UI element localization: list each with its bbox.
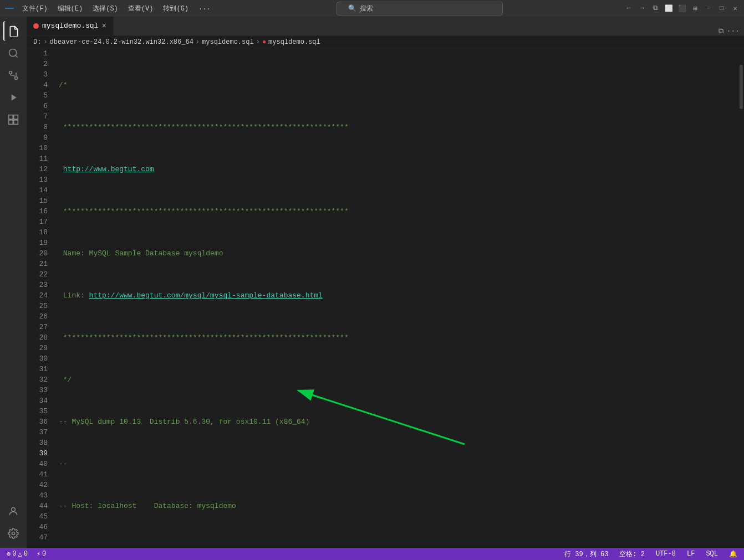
code-editor[interactable]: 1 2 3 4 5 6 7 8 9 10 11 12 13 14 15 16 1… [27,48,744,548]
line-num-22: 22 [27,269,48,280]
line-num-24: 24 [27,290,48,301]
line-num-36: 36 [27,417,48,427]
svg-rect-5 [9,120,13,125]
menu-select[interactable]: 选择(S) [88,3,123,14]
line-num-31: 31 [27,364,48,374]
status-position[interactable]: 行 39，列 63 [562,549,610,559]
svg-point-2 [9,71,12,74]
tab-dot-icon [33,23,39,29]
line-num-30: 30 [27,353,48,364]
breadcrumb: D: › dbeaver-ce-24.0.2-win32.win32.x86_6… [27,36,744,48]
status-encoding[interactable]: UTF-8 [654,550,678,558]
status-bell[interactable]: 🔔 [727,550,740,558]
close-button[interactable]: ✕ [731,4,740,13]
active-tab[interactable]: mysqldemo.sql × [27,17,114,35]
extensions-icon[interactable] [3,110,23,130]
tab-actions: ⧉ ··· [714,27,744,35]
breadcrumb-drive[interactable]: D: [33,38,41,46]
code-line-9: -- MySQL dump 10.13 Distrib 5.6.30, for … [59,417,738,427]
line-numbers: 1 2 3 4 5 6 7 8 9 10 11 12 13 14 15 16 1… [27,48,54,548]
status-bar-right: 行 39，列 63 空格: 2 UTF-8 LF SQL 🔔 [562,549,740,559]
scrollbar-thumb[interactable] [740,65,743,109]
svg-rect-3 [9,115,13,120]
line-num-39: 39 [27,448,48,459]
grid-icon[interactable]: ⊞ [691,4,700,13]
line-num-29: 29 [27,343,48,353]
nav-back-button[interactable]: ← [624,4,633,13]
line-num-6: 6 [27,101,48,111]
status-errors[interactable]: ⊗ 0 △ 0 [4,550,30,558]
search-placeholder: 搜索 [360,4,373,13]
line-num-13: 13 [27,174,48,185]
spaces-text: 空格: 2 [619,549,645,559]
svg-rect-4 [14,115,18,120]
nav-forward-button[interactable]: → [638,4,646,13]
line-num-34: 34 [27,395,48,406]
line-num-21: 21 [27,259,48,269]
minimize-button[interactable]: – [704,4,713,13]
menu-file[interactable]: 文件(F) [18,3,52,14]
tab-filename: mysqldemo.sql [42,22,98,30]
activity-bar-bottom [3,501,23,543]
breadcrumb-file[interactable]: mysqldemo.sql [202,38,254,46]
title-bar-left: ⸻ 文件(F) 编辑(E) 选择(S) 查看(V) 转到(G) ... [4,3,215,14]
line-num-23: 23 [27,280,48,290]
code-line-2: ****************************************… [59,122,738,132]
title-bar-center: 🔍 搜索 [215,2,624,16]
search-activity-icon[interactable] [3,43,23,63]
menu-goto[interactable]: 转到(G) [159,3,193,14]
menu-edit[interactable]: 编辑(E) [53,3,88,14]
line-num-11: 11 [27,153,48,164]
search-box[interactable]: 🔍 搜索 [337,2,503,16]
line-num-35: 35 [27,406,48,417]
title-bar-right: ← → ⧉ ⬜ ⬛ ⊞ – □ ✕ [624,4,740,13]
settings-icon[interactable] [3,523,23,543]
warning-icon: △ [18,550,22,558]
code-line-7: ****************************************… [59,332,738,343]
svg-rect-6 [14,120,18,125]
code-line-5: Name: MySQL Sample Database mysqldemo [59,248,738,259]
breadcrumb-symbol[interactable]: mysqldemo.sql [268,38,320,46]
tab-close-button[interactable]: × [101,22,106,30]
code-content[interactable]: /* *************************************… [54,48,738,548]
scrollbar-track[interactable] [738,48,744,548]
code-line-11: -- Host: localhost Database: mysqldemo [59,501,738,511]
svg-point-7 [12,507,16,511]
status-language[interactable]: SQL [704,550,720,558]
split-editor-icon[interactable]: ⧉ [718,27,723,35]
line-num-40: 40 [27,459,48,469]
line-num-7: 7 [27,111,48,122]
more-actions-icon[interactable]: ··· [727,27,740,35]
status-bar: ⊗ 0 △ 0 ⚡ 0 行 39，列 63 空格: 2 UTF-8 LF SQL… [0,548,744,560]
line-num-14: 14 [27,185,48,196]
status-eol[interactable]: LF [685,550,697,558]
line-num-9: 9 [27,132,48,143]
line-num-10: 10 [27,143,48,153]
menu-view[interactable]: 查看(V) [124,3,158,14]
line-num-4: 4 [27,80,48,90]
status-lightning[interactable]: ⚡ 0 [34,550,48,558]
warning-count: 0 [24,550,28,558]
sidebar-toggle-icon[interactable]: ⬜ [664,4,673,13]
explorer-icon[interactable] [3,21,23,41]
menu-more[interactable]: ... [194,3,215,14]
line-num-8: 8 [27,122,48,132]
lightning-count: 0 [42,550,46,558]
account-icon[interactable] [3,501,23,521]
line-num-44: 44 [27,501,48,511]
vscode-logo: ⸻ [4,3,13,14]
search-icon: 🔍 [348,4,356,13]
menu-bar: 文件(F) 编辑(E) 选择(S) 查看(V) 转到(G) ... [18,3,215,14]
status-spaces[interactable]: 空格: 2 [617,549,647,559]
line-num-47: 47 [27,532,48,543]
maximize-button[interactable]: □ [717,4,726,13]
breadcrumb-folder[interactable]: dbeaver-ce-24.0.2-win32.win32.x86_64 [50,38,193,46]
source-control-icon[interactable] [3,65,23,85]
lightning-icon: ⚡ [37,550,40,558]
error-icon: ⊗ [7,550,11,558]
code-line-10: -- [59,459,738,469]
line-num-25: 25 [27,301,48,311]
run-debug-icon[interactable] [3,88,23,107]
layout-icon[interactable]: ⧉ [651,4,660,13]
split-icon[interactable]: ⬛ [677,4,686,13]
